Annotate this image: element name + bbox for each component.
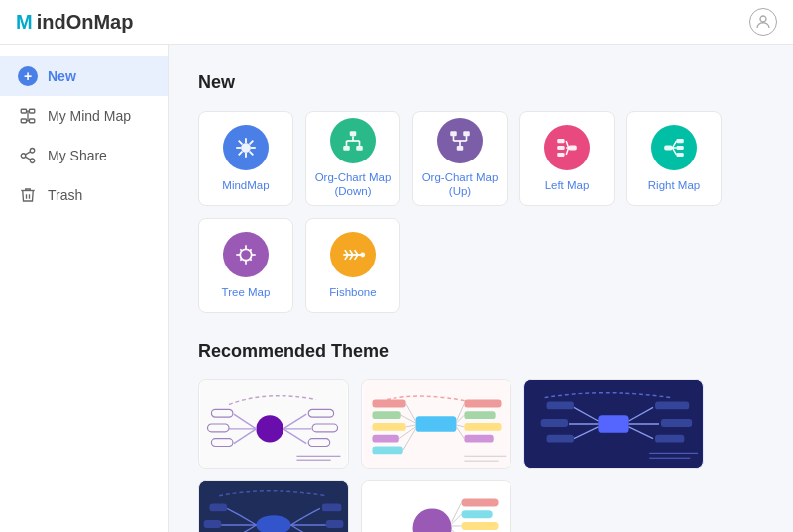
svg-rect-119 [209, 503, 227, 511]
map-card-mindmap[interactable]: MindMap [198, 111, 293, 206]
svg-rect-44 [676, 139, 683, 143]
new-section-title: New [198, 72, 763, 93]
main-content: New [169, 45, 793, 532]
logo: MindOnMap [16, 11, 133, 34]
svg-rect-91 [464, 400, 501, 408]
svg-rect-37 [557, 139, 564, 143]
svg-rect-109 [547, 402, 574, 410]
svg-line-11 [25, 157, 30, 160]
svg-rect-113 [661, 419, 692, 427]
tree-map-label: Tree Map [222, 285, 271, 300]
svg-rect-29 [457, 146, 464, 151]
new-icon: + [18, 66, 38, 86]
svg-rect-83 [372, 423, 405, 431]
map-card-fishbone[interactable]: Fishbone [305, 218, 400, 313]
mindmap-label: MindMap [222, 178, 269, 193]
svg-point-50 [240, 249, 251, 260]
svg-rect-22 [350, 131, 357, 136]
svg-rect-111 [547, 435, 574, 443]
org-chart-down-icon-circle [330, 118, 376, 163]
svg-rect-36 [569, 145, 577, 150]
user-avatar[interactable] [749, 8, 777, 36]
svg-rect-43 [664, 145, 672, 150]
svg-rect-94 [464, 435, 493, 443]
svg-rect-31 [463, 131, 470, 136]
svg-rect-2 [30, 109, 35, 113]
svg-point-62 [360, 252, 365, 257]
svg-rect-80 [415, 416, 456, 432]
svg-rect-4 [30, 119, 35, 123]
recommended-title: Recommended Theme [198, 341, 763, 362]
svg-line-42 [566, 148, 568, 155]
left-map-label: Left Map [545, 178, 590, 193]
svg-rect-45 [676, 146, 683, 150]
org-chart-down-label: Org-Chart Map(Down) [315, 171, 392, 199]
sidebar-item-my-mind-map[interactable]: My Mind Map [0, 96, 168, 136]
org-chart-up-icon-circle [437, 118, 483, 163]
svg-rect-39 [557, 152, 564, 156]
svg-rect-3 [21, 119, 26, 123]
svg-line-19 [250, 151, 254, 155]
svg-rect-92 [464, 411, 495, 419]
svg-rect-23 [343, 146, 350, 151]
theme-grid [198, 379, 763, 532]
sidebar-item-new[interactable]: + New [0, 56, 168, 96]
mindmap-icon-circle [223, 125, 269, 170]
sidebar-label-my-mind-map: My Mind Map [48, 108, 131, 124]
sidebar-label-new: New [48, 68, 76, 84]
svg-line-21 [239, 151, 243, 155]
svg-rect-82 [372, 411, 400, 419]
svg-point-13 [241, 143, 251, 153]
svg-rect-38 [557, 146, 564, 150]
svg-point-10 [30, 159, 35, 163]
logo-rest: indOnMap [37, 11, 134, 34]
svg-rect-46 [676, 152, 683, 156]
svg-rect-130 [461, 510, 492, 518]
right-map-label: Right Map [648, 178, 700, 193]
svg-rect-24 [356, 146, 363, 151]
theme-card-5[interactable] [361, 480, 511, 532]
sidebar-item-my-share[interactable]: My Share [0, 136, 168, 175]
logo-m: M [16, 11, 33, 34]
svg-line-12 [25, 152, 30, 155]
trash-icon [18, 185, 38, 205]
mind-map-icon [18, 106, 38, 126]
fishbone-icon-circle [330, 232, 376, 277]
svg-line-20 [250, 140, 254, 144]
fishbone-label: Fishbone [329, 285, 376, 300]
svg-rect-114 [655, 435, 684, 443]
svg-rect-84 [372, 435, 398, 443]
svg-rect-129 [461, 499, 498, 507]
svg-line-18 [239, 140, 243, 144]
theme-card-3[interactable] [523, 379, 704, 469]
svg-rect-112 [655, 402, 689, 410]
map-type-grid: MindMap O [198, 111, 763, 313]
svg-point-64 [256, 415, 283, 442]
svg-rect-131 [461, 522, 498, 530]
sidebar-item-trash[interactable]: Trash [0, 175, 168, 215]
map-card-org-chart-down[interactable]: Org-Chart Map(Down) [305, 111, 400, 206]
theme-card-2[interactable] [361, 379, 511, 469]
svg-point-8 [30, 149, 35, 154]
recommended-section: Recommended Theme [198, 341, 763, 532]
new-section: New [198, 72, 763, 313]
svg-rect-81 [372, 400, 405, 408]
svg-point-0 [760, 16, 766, 22]
sidebar-label-trash: Trash [48, 187, 82, 203]
layout: + New My Mind Map [0, 45, 793, 532]
tree-map-icon-circle [223, 232, 269, 277]
theme-card-4[interactable] [198, 480, 349, 532]
theme-card-1[interactable] [198, 379, 349, 469]
svg-rect-110 [541, 419, 568, 427]
svg-rect-122 [322, 503, 342, 511]
map-card-tree-map[interactable]: Tree Map [198, 218, 293, 313]
svg-line-47 [672, 141, 676, 148]
map-card-right-map[interactable]: Right Map [626, 111, 722, 206]
org-chart-up-label: Org-Chart Map (Up) [413, 171, 507, 199]
map-card-left-map[interactable]: Left Map [519, 111, 615, 206]
svg-rect-30 [450, 131, 457, 136]
header: MindOnMap [0, 0, 793, 45]
svg-rect-123 [326, 520, 344, 528]
map-card-org-chart-up[interactable]: Org-Chart Map (Up) [412, 111, 508, 206]
sidebar: + New My Mind Map [0, 45, 169, 532]
